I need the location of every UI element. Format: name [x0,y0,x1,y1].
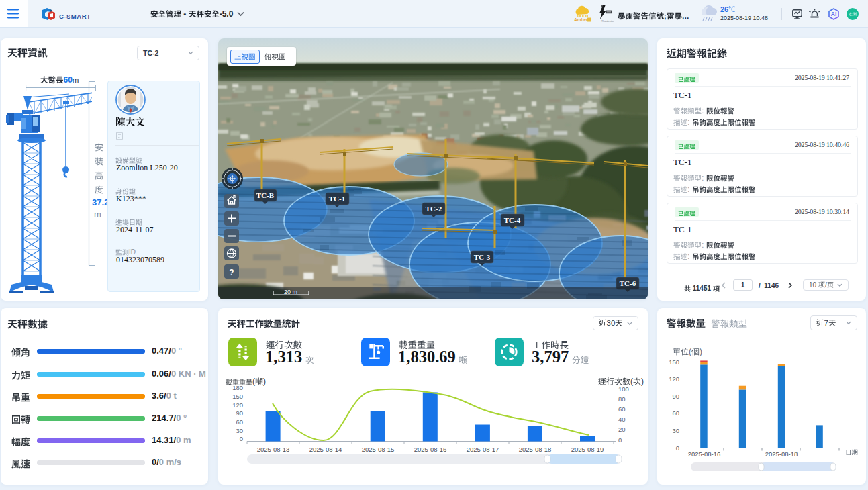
svg-text:0: 0 [676,444,679,452]
svg-text:0: 0 [240,435,243,442]
svg-text:60: 60 [672,409,679,417]
svg-text:150: 150 [669,358,679,366]
svg-text:2025-08-18: 2025-08-18 [765,450,798,458]
svg-text:2025-08-16: 2025-08-16 [688,450,721,458]
svg-text:2025-08-14: 2025-08-14 [309,446,342,453]
svg-text:TC-3: TC-3 [474,253,491,261]
svg-text:TC-4: TC-4 [504,216,521,224]
svg-text:?: ? [229,268,234,277]
svg-text:2025-08-15: 2025-08-15 [362,446,395,453]
svg-text:TC-6: TC-6 [620,279,636,287]
svg-text:TC-2: TC-2 [426,205,442,213]
svg-text:80: 80 [618,395,626,403]
svg-text:40: 40 [618,415,626,423]
svg-text:2025-08-17: 2025-08-17 [467,446,499,453]
svg-text:20: 20 [618,426,626,433]
svg-text:30: 30 [236,427,243,434]
svg-text:60: 60 [618,405,626,413]
svg-text:TC-B: TC-B [256,191,275,199]
svg-text:20 m: 20 m [284,289,297,295]
svg-text:Amber: Amber [574,17,588,22]
svg-text:90: 90 [672,393,679,400]
svg-text:100: 100 [618,385,629,393]
svg-text:90: 90 [236,409,243,417]
svg-text:AI: AI [831,11,837,17]
svg-text:60: 60 [236,418,243,426]
svg-text:120: 120 [669,375,679,383]
svg-text:150: 150 [232,393,243,400]
svg-text:120: 120 [232,401,243,409]
svg-text:TC-1: TC-1 [329,195,345,203]
svg-text:2025-08-16: 2025-08-16 [414,446,447,453]
svg-text:2025-08-18: 2025-08-18 [519,446,552,453]
svg-text:2025-08-19: 2025-08-19 [571,446,604,453]
svg-text:2025-08-13: 2025-08-13 [257,446,290,453]
svg-text:Thunderstorm: Thunderstorm [601,20,614,23]
svg-text:180: 180 [232,384,243,391]
svg-text:30: 30 [672,427,679,434]
svg-text:0: 0 [618,436,622,444]
